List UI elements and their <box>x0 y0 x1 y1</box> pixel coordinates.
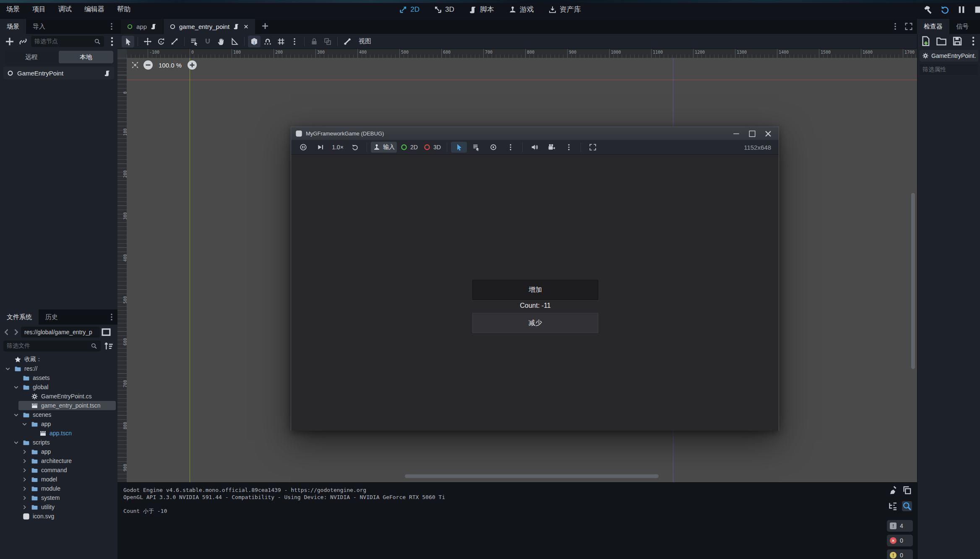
file-tree-item[interactable]: global <box>0 382 117 392</box>
fs-tab-历史[interactable]: 历史 <box>39 309 65 325</box>
decrease-button[interactable]: 减少 <box>472 313 598 333</box>
scene-tab-app[interactable]: app <box>121 19 163 34</box>
minimize-icon[interactable] <box>730 129 743 139</box>
move-tool[interactable] <box>141 36 154 47</box>
snap-menu[interactable] <box>288 36 301 47</box>
list-select-tool[interactable] <box>188 36 201 47</box>
scene-tree-root-node[interactable]: GameEntryPoint <box>3 67 114 79</box>
file-tree-item[interactable]: 收藏： <box>0 355 117 364</box>
workspace-2d-button[interactable]: 2D <box>395 5 424 14</box>
center-view-icon[interactable] <box>131 61 139 69</box>
workspace-3d-button[interactable]: 3D <box>430 5 459 14</box>
debugger-badge-red[interactable]: ×0 <box>887 535 913 546</box>
workspace-游戏-button[interactable]: 游戏 <box>504 5 538 14</box>
camera-button[interactable] <box>544 142 560 153</box>
more-menu[interactable] <box>561 142 577 153</box>
file-tree-item[interactable]: app <box>0 419 117 429</box>
ruler-tool[interactable] <box>228 36 241 47</box>
file-tree-item[interactable]: game_entry_point.tscn <box>0 401 117 410</box>
scene-tab-game_entry_point[interactable]: game_entry_point <box>164 19 255 34</box>
audio-button[interactable] <box>526 142 542 153</box>
chevron-right-icon[interactable] <box>21 485 28 492</box>
view-menu[interactable]: 视图 <box>354 37 375 45</box>
chevron-right-icon[interactable] <box>21 467 28 474</box>
zoom-out-button[interactable] <box>143 60 153 70</box>
workspace-资产库-button[interactable]: 资产库 <box>544 5 585 14</box>
runtime-select-tool[interactable] <box>451 142 467 153</box>
split-view-icon[interactable] <box>101 327 112 338</box>
reload-button[interactable] <box>940 5 950 15</box>
chevron-down-icon[interactable] <box>13 411 20 419</box>
pan-tool[interactable] <box>215 36 227 47</box>
chevron-right-icon[interactable] <box>21 476 28 483</box>
inspected-object-row[interactable]: GameEntryPoint. <box>920 50 978 62</box>
inspector-tab-信号[interactable]: 信号 <box>949 19 975 34</box>
zoom-in-button[interactable] <box>188 60 197 70</box>
file-tree-item[interactable]: scripts <box>0 438 117 447</box>
fs-tab-文件系统[interactable]: 文件系统 <box>0 309 39 325</box>
snap-dots-toggle[interactable] <box>261 36 274 47</box>
debugger-badge-yellow[interactable]: !0 <box>887 549 913 559</box>
chevron-right-icon[interactable] <box>21 504 28 511</box>
script-icon[interactable] <box>150 23 157 30</box>
inspector-menu-icon[interactable] <box>968 36 979 47</box>
group-selected-button[interactable] <box>321 36 334 47</box>
dock-tab-导入[interactable]: 导入 <box>26 19 52 34</box>
nav-forward-icon[interactable] <box>12 327 20 337</box>
grid-snap-toggle[interactable] <box>275 36 287 47</box>
chevron-down-icon[interactable] <box>13 384 20 391</box>
file-tree-item[interactable]: icon.svg <box>0 512 117 521</box>
file-tree-item[interactable]: architecture <box>0 456 117 465</box>
new-resource-icon[interactable] <box>920 36 931 47</box>
distraction-free-icon[interactable] <box>904 22 913 31</box>
file-tree-item[interactable]: utility <box>0 502 117 512</box>
input-override-toggle[interactable]: 输入 <box>371 142 397 153</box>
chevron-down-icon[interactable] <box>21 421 28 428</box>
remote-tab[interactable]: 远程 <box>4 51 59 63</box>
restart-button[interactable] <box>347 142 363 153</box>
file-tree-item[interactable]: model <box>0 475 117 484</box>
file-tree-item[interactable]: system <box>0 493 117 502</box>
inspector-tab-检查器[interactable]: 检查器 <box>917 19 949 34</box>
rotate-tool[interactable] <box>155 36 167 47</box>
suspend-button[interactable] <box>295 142 311 153</box>
save-resource-icon[interactable] <box>952 36 963 47</box>
search-output-icon[interactable] <box>902 501 912 511</box>
camera-menu[interactable] <box>503 142 519 153</box>
runtime-list-select-tool[interactable] <box>468 142 484 153</box>
close-icon[interactable] <box>762 129 774 139</box>
copy-output-icon[interactable] <box>902 485 912 495</box>
vertical-scrollbar[interactable] <box>911 193 915 369</box>
load-resource-icon[interactable] <box>936 36 947 47</box>
camera-2d-toggle[interactable]: 2D <box>398 142 420 153</box>
dock-tab-场景[interactable]: 场景 <box>0 19 26 34</box>
maximize-icon[interactable] <box>746 129 758 139</box>
chevron-down-icon[interactable] <box>13 439 20 446</box>
chevron-right-icon[interactable] <box>21 494 28 502</box>
lock-selected-button[interactable] <box>308 36 321 47</box>
game-window-titlebar[interactable]: MyGFrameworkGame (DEBUG) <box>291 127 779 140</box>
file-tree-item[interactable]: assets <box>0 373 117 382</box>
camera-3d-toggle[interactable]: 3D <box>421 142 443 153</box>
chevron-right-icon[interactable] <box>21 458 28 465</box>
select-pivot-tool[interactable] <box>201 36 214 47</box>
speed-label[interactable]: 1.0× <box>330 142 346 153</box>
skeleton-menu[interactable] <box>341 36 354 47</box>
close-tab-icon[interactable] <box>243 23 249 30</box>
file-tree-item[interactable]: command <box>0 465 117 475</box>
file-tree-item[interactable]: module <box>0 484 117 493</box>
debugger-badge-gray[interactable]: !4 <box>887 520 913 532</box>
collapse-tree-icon[interactable] <box>888 501 898 511</box>
filter-properties-input[interactable]: 筛选属性 <box>920 64 978 75</box>
sort-files-icon[interactable] <box>103 341 114 351</box>
current-path-input[interactable] <box>21 327 100 338</box>
select-tool[interactable] <box>122 36 134 47</box>
new-scene-tab-button[interactable] <box>261 22 269 30</box>
filter-nodes-input[interactable]: 筛选节点 <box>31 36 104 47</box>
chevron-down-icon[interactable] <box>4 365 11 372</box>
horizontal-scrollbar[interactable] <box>405 474 659 478</box>
file-tree-item[interactable]: res:// <box>0 364 117 373</box>
scene-tabs-menu-icon[interactable] <box>891 22 899 31</box>
file-tree-item[interactable]: app.tscn <box>0 429 117 438</box>
add-node-button[interactable] <box>4 36 15 47</box>
